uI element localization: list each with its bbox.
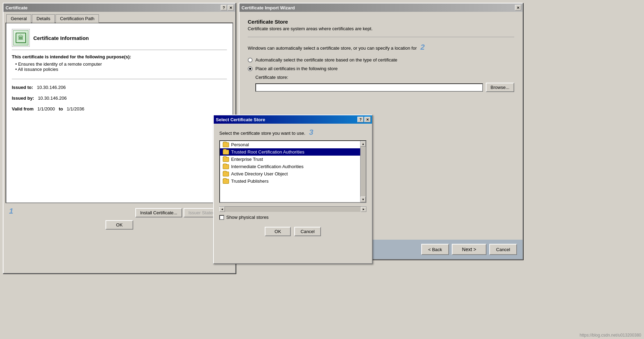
next-button[interactable]: Next > xyxy=(452,244,486,255)
store-item-personal[interactable]: Personal xyxy=(220,141,360,148)
store-list[interactable]: Personal Trusted Root Certification Auth… xyxy=(219,140,366,203)
folder-icon-trusted-root xyxy=(223,150,229,155)
store-item-trusted-pub-label: Trusted Publishers xyxy=(231,179,269,184)
radio-manual-row: Place all certificates in the following … xyxy=(248,66,514,71)
tab-certification-path[interactable]: Certification Path xyxy=(56,14,99,23)
cert-titlebar-buttons: ? ✕ xyxy=(221,5,234,10)
import-title: Certificate Import Wizard xyxy=(242,5,295,10)
cert-issued-to: Issued to: 10.30.146.206 xyxy=(12,85,227,90)
radio-manual-label: Place all certificates in the following … xyxy=(255,66,338,71)
select-store-buttons: OK Cancel xyxy=(219,224,366,238)
radio-auto-row: Automatically select the certificate sto… xyxy=(248,57,514,63)
radio-auto-label: Automatically select the certificate sto… xyxy=(255,57,397,63)
cert-tab-bar: General Details Certification Path xyxy=(3,12,235,23)
cancel-button[interactable]: Cancel xyxy=(489,244,517,255)
store-list-scrollbar-v[interactable]: ▲ ▼ xyxy=(360,141,366,202)
select-store-cancel-button[interactable]: Cancel xyxy=(294,227,321,236)
scroll-right-btn[interactable]: ► xyxy=(361,207,366,212)
radio-auto-select[interactable] xyxy=(248,58,253,63)
store-item-intermediate[interactable]: Intermediate Certification Authorities xyxy=(220,163,360,170)
show-physical-label: Show physical stores xyxy=(226,215,269,220)
store-item-trusted-pub[interactable]: Trusted Publishers xyxy=(220,177,360,185)
issued-to-label: Issued to: xyxy=(12,85,33,90)
cert-purpose-list: Ensures the identity of a remote compute… xyxy=(12,61,227,72)
cert-tab-content: 🏛 Certificate Information This certifica… xyxy=(6,23,233,203)
cert-purpose-item-2: All issuance policies xyxy=(15,67,227,72)
select-store-content: Select the certificate store you want to… xyxy=(214,124,372,242)
select-store-title: Select Certificate Store xyxy=(216,117,265,122)
show-physical-row: Show physical stores xyxy=(219,215,366,220)
browse-button[interactable]: Browse... xyxy=(486,83,514,92)
select-store-ok-button[interactable]: OK xyxy=(265,227,291,236)
folder-icon-enterprise xyxy=(223,157,229,162)
cert-purpose: This certificate is intended for the fol… xyxy=(12,54,227,72)
folder-icon-trusted-pub xyxy=(223,179,229,184)
cert-titlebar: Certificate ? ✕ xyxy=(3,3,235,12)
cert-purpose-heading: This certificate is intended for the fol… xyxy=(12,54,227,59)
scroll-up-btn[interactable]: ▲ xyxy=(361,141,366,147)
cert-store-row: Browse... xyxy=(255,83,514,92)
valid-to-value: 1/1/2036 xyxy=(67,106,84,111)
folder-icon-personal xyxy=(223,142,229,147)
folder-icon-intermediate xyxy=(223,164,229,169)
select-store-dialog: Select Certificate Store ? ✕ Select the … xyxy=(213,115,373,264)
folder-icon-active-dir xyxy=(223,172,229,176)
issued-to-value: 10.30.146.206 xyxy=(37,85,66,90)
store-item-active-dir[interactable]: Active Directory User Object xyxy=(220,170,360,177)
store-item-active-dir-label: Active Directory User Object xyxy=(231,171,288,176)
issued-by-value: 10.30.146.206 xyxy=(38,96,67,101)
back-button[interactable]: < Back xyxy=(421,244,449,255)
store-item-personal-label: Personal xyxy=(231,142,249,147)
import-content: Certificate Store Certificate stores are… xyxy=(239,12,523,120)
import-titlebar: Certificate Import Wizard ✕ xyxy=(239,3,523,12)
cert-help-button[interactable]: ? xyxy=(221,5,227,10)
scroll-down-btn[interactable]: ▼ xyxy=(361,197,366,202)
import-titlebar-buttons: ✕ xyxy=(515,5,521,10)
cert-ok-button[interactable]: OK xyxy=(105,220,133,230)
select-store-help-button[interactable]: ? xyxy=(357,117,364,122)
issued-by-label: Issued by: xyxy=(12,96,34,101)
scroll-h-track xyxy=(225,207,361,212)
store-list-scrollbar-h[interactable]: ◄ ► xyxy=(219,206,366,212)
select-store-close-button[interactable]: ✕ xyxy=(364,117,371,122)
cert-store-input[interactable] xyxy=(255,83,483,92)
valid-to-label: to xyxy=(59,106,63,111)
install-certificate-button[interactable]: Install Certificate... xyxy=(135,208,182,217)
store-item-trusted-root-label: Trusted Root Certification Authorities xyxy=(231,149,304,155)
import-divider xyxy=(248,37,514,37)
radio-manual-select[interactable] xyxy=(248,66,253,71)
cert-issued-by: Issued by: 10.30.146.206 xyxy=(12,96,227,101)
cert-store-label: Certificate store: xyxy=(255,75,514,80)
cert-purpose-item-1: Ensures the identity of a remote compute… xyxy=(15,61,227,67)
scroll-left-btn[interactable]: ◄ xyxy=(219,207,225,212)
select-store-titlebar: Select Certificate Store ? ✕ xyxy=(214,115,372,124)
store-item-enterprise-label: Enterprise Trust xyxy=(231,157,263,162)
cert-icon: 🏛 xyxy=(12,29,30,47)
step-2-label: 2 xyxy=(421,43,425,51)
import-section-title: Certificate Store xyxy=(248,19,514,25)
store-item-intermediate-label: Intermediate Certification Authorities xyxy=(231,164,304,169)
step-1-label: 1 xyxy=(9,207,13,216)
scroll-track xyxy=(361,147,366,197)
watermark: https://blog.csdn.net/u013200380 xyxy=(580,333,641,338)
store-item-enterprise[interactable]: Enterprise Trust xyxy=(220,156,360,163)
cert-store-section: Certificate store: Browse... xyxy=(255,75,514,92)
step-3-label: 3 xyxy=(309,128,313,137)
show-physical-checkbox[interactable] xyxy=(219,215,224,220)
select-store-body-text: Select the certificate store you want to… xyxy=(219,128,366,137)
cert-info-header: 🏛 Certificate Information xyxy=(12,29,227,50)
valid-from-value: 1/1/2000 xyxy=(37,106,55,111)
cert-seal-icon: 🏛 xyxy=(16,33,26,43)
certificate-window: Certificate ? ✕ General Details Certific… xyxy=(3,3,236,274)
import-close-button[interactable]: ✕ xyxy=(515,5,521,10)
tab-details[interactable]: Details xyxy=(32,14,55,23)
import-section-desc: Certificate stores are system areas wher… xyxy=(248,26,514,31)
cert-title: Certificate xyxy=(6,5,28,10)
tab-general[interactable]: General xyxy=(6,14,31,23)
cert-close-button[interactable]: ✕ xyxy=(228,5,234,10)
cert-validity: Valid from 1/1/2000 to 1/1/2036 xyxy=(12,106,227,111)
cert-divider-1 xyxy=(12,79,227,79)
store-item-trusted-root[interactable]: Trusted Root Certification Authorities xyxy=(220,148,360,156)
select-store-titlebar-buttons: ? ✕ xyxy=(357,117,371,122)
valid-from-label: Valid from xyxy=(12,106,34,111)
